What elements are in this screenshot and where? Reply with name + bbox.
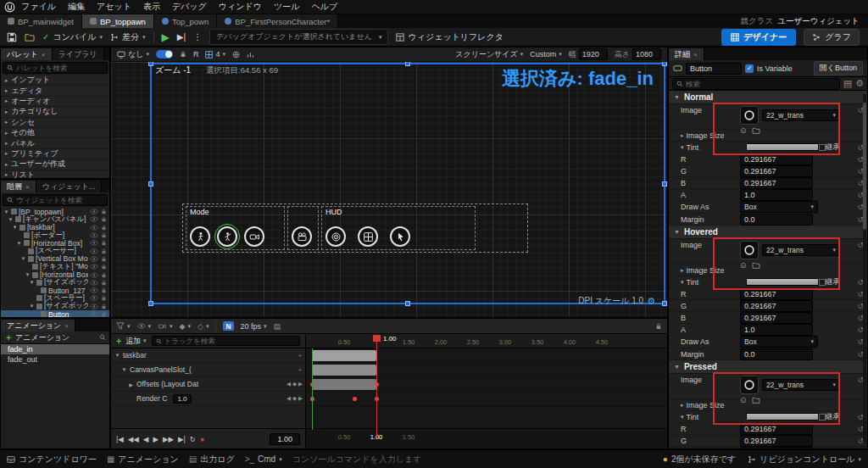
film-camera-button[interactable] (292, 226, 312, 247)
keyframe[interactable] (353, 397, 357, 401)
draw-as-dropdown[interactable]: Box▾ (740, 336, 818, 348)
key-outline-button[interactable]: ◇▾ (198, 322, 209, 331)
menu-item[interactable]: デバッグ (166, 0, 213, 14)
resize-handle[interactable] (662, 181, 667, 187)
close-icon[interactable]: × (42, 51, 46, 58)
doc-tab[interactable]: BP_mainwidget (0, 14, 82, 28)
search-icon[interactable] (99, 334, 106, 341)
g-input[interactable] (740, 435, 813, 447)
canvas-selection-rect[interactable] (150, 63, 665, 304)
debug-object-dropdown[interactable]: デバッグオブジェクトが選択されていません▾ (209, 29, 388, 45)
image-thumbnail[interactable] (740, 376, 759, 394)
tree-item[interactable]: ▼[キャンバスパネル] (1, 215, 109, 223)
tab-hierarchy[interactable]: 階層× (1, 181, 36, 192)
play-button[interactable]: ▶ (153, 435, 159, 443)
palette-search-input[interactable] (16, 64, 103, 72)
close-icon[interactable]: × (25, 183, 30, 191)
list-view-icon[interactable]: ▤ (274, 322, 281, 331)
track-expand-icon[interactable]: ▼ (121, 367, 127, 372)
tree-expand-icon[interactable]: ▼ (29, 280, 35, 285)
screen-size-dropdown[interactable]: スクリーンサイズ▾ (455, 49, 523, 60)
gear-icon[interactable]: ⚙ (647, 296, 655, 307)
diff-button[interactable]: 差分▾ (110, 31, 146, 43)
timeline-track[interactable]: Render C1.0◀◆▶ (111, 392, 305, 406)
menu-item[interactable]: 編集 (62, 0, 91, 14)
jump-end-button[interactable]: ▶| (178, 435, 186, 443)
tree-item[interactable]: ▼[サイズボックス] (1, 303, 109, 310)
output-log-button[interactable]: ▤出力ログ (189, 454, 235, 465)
cursor-button[interactable] (390, 226, 410, 247)
image-thumbnail[interactable] (740, 106, 759, 125)
menu-item[interactable]: ヘルプ (305, 0, 343, 14)
tab-library[interactable]: ライブラリ (53, 48, 104, 60)
b-input[interactable] (740, 177, 813, 189)
time-ruler[interactable]: 0.501.502.002.503.003.504.004.50 (306, 334, 667, 348)
image-asset-dropdown[interactable]: 22_w_trans▾ (762, 109, 840, 121)
chevron-down-icon[interactable]: ▾ (681, 144, 684, 151)
playback-start-marker[interactable] (312, 348, 313, 430)
save-button[interactable] (7, 32, 17, 42)
tint-color-swatch[interactable] (746, 413, 819, 421)
tree-item[interactable]: [スペーサー] (1, 247, 109, 254)
tint-color-swatch[interactable] (746, 143, 819, 151)
loop-button[interactable]: ↻ (190, 435, 196, 443)
palette-category[interactable]: ▸カテゴリなし (1, 107, 109, 117)
tint-color-swatch[interactable] (746, 278, 819, 286)
console-input[interactable]: コンソールコマンドを入力します (292, 454, 422, 465)
resolution-preset-dropdown[interactable]: Custom▾ (530, 50, 562, 58)
palette-category[interactable]: ▸オーディオ (1, 97, 109, 107)
tab-animation[interactable]: アニメーション× (1, 320, 75, 332)
timeline-track[interactable]: ▼CanvasPanelSlot_(＋ (111, 363, 305, 377)
taskbar-widget[interactable]: ModeHUD (182, 203, 528, 253)
tab-palette[interactable]: パレット× (1, 48, 53, 60)
graph-mode-button[interactable]: グラフ (804, 29, 860, 46)
palette-category[interactable]: ▸ユーザーが作成 (1, 159, 109, 170)
a-input[interactable] (740, 324, 813, 336)
key-nav-icon[interactable]: ◀ (287, 381, 291, 387)
details-scrollbar[interactable] (863, 94, 866, 442)
b-input[interactable] (740, 312, 813, 324)
person-wave-button[interactable] (217, 226, 237, 247)
track-search-input[interactable] (164, 337, 296, 345)
image-thumbnail[interactable] (740, 241, 759, 259)
expand-arrow-icon[interactable]: ▸ (681, 267, 684, 274)
r-input[interactable] (740, 153, 813, 165)
margin-input[interactable] (740, 214, 813, 226)
r-input[interactable] (740, 288, 813, 300)
tree-expand-icon[interactable]: ▼ (29, 304, 35, 309)
track-expand-icon[interactable]: ▶ (128, 382, 134, 387)
margin-input[interactable] (740, 348, 813, 360)
object-name-input[interactable] (686, 63, 742, 75)
doc-tab[interactable]: Top_pown (154, 14, 217, 28)
resize-handle[interactable] (405, 301, 410, 306)
track-section-bar[interactable] (312, 365, 376, 376)
resize-handle[interactable] (148, 181, 153, 187)
track-expand-icon[interactable]: ▼ (114, 353, 120, 358)
lock-icon[interactable] (655, 323, 662, 330)
revision-control-button[interactable]: リビジョンコントロール▾ (748, 454, 861, 465)
chevron-down-icon[interactable]: ▾ (681, 279, 684, 286)
jump-start-button[interactable]: |◀ (116, 435, 124, 443)
grid-snap-dropdown[interactable]: 4▾ (205, 50, 225, 58)
add-key-icon[interactable]: ＋ (298, 352, 303, 359)
track-lanes[interactable] (306, 348, 667, 430)
image-asset-dropdown[interactable]: 22_w_trans▾ (762, 379, 840, 391)
palette-category[interactable]: ▸シンセ (1, 118, 109, 128)
designer-mode-button[interactable]: デザイナー (721, 29, 796, 46)
frame-forward-button[interactable]: ▶▶ (163, 435, 174, 443)
key-nav-icon[interactable]: ◀ (287, 395, 291, 402)
design-canvas[interactable]: ズーム -1 選択項目:64.56 x 69 選択済み: fade_in Mod… (111, 62, 667, 317)
chevron-down-icon[interactable]: ▾ (681, 414, 684, 421)
palette-category[interactable]: ▸リスト (1, 170, 109, 179)
cmd-dropdown[interactable]: >_Cmd▾ (245, 454, 282, 464)
tree-expand-icon[interactable]: ▼ (8, 217, 14, 222)
tree-item[interactable]: [テキスト] "Mode" (1, 263, 109, 270)
widget-reflector-button[interactable]: ウィジェットリフレクタ (396, 31, 504, 43)
playhead-line[interactable] (376, 335, 377, 438)
expand-arrow-icon[interactable]: ▸ (681, 132, 684, 139)
height-input[interactable] (632, 48, 661, 60)
parent-class-link[interactable]: ユーザーウィジェット (777, 16, 860, 27)
browse-button[interactable] (25, 33, 35, 42)
doc-tab[interactable]: BP_toppawn (82, 14, 154, 28)
layout-grid-button[interactable] (358, 226, 378, 247)
